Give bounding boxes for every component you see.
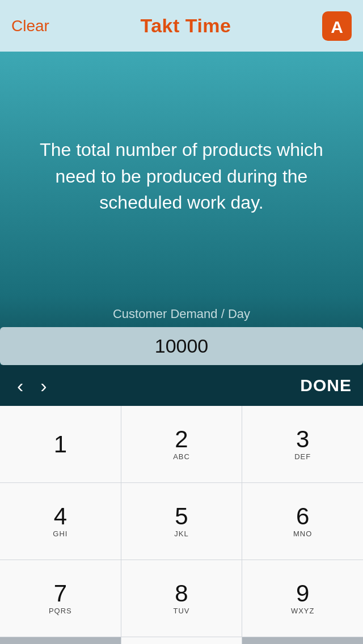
done-button[interactable]: DONE [300,376,352,395]
numpad-key-2[interactable]: 2ABC [121,406,242,482]
customer-demand-input[interactable] [0,327,363,365]
numpad-key-5[interactable]: 5JKL [121,483,242,560]
key-digit: 2 [175,427,188,451]
description-area: The total number of products which need … [0,52,363,295]
description-text: The total number of products which need … [23,137,340,215]
key-digit: 6 [296,505,309,528]
key-digit: 8 [175,582,188,605]
key-digit: 7 [54,582,67,605]
numpad-key-7[interactable]: 7PQRS [0,560,121,637]
input-label: Customer Demand / Day [0,307,363,321]
key-digit: 1 [54,433,67,456]
logo-icon: A [322,11,352,41]
key-digit: 3 [296,427,309,451]
key-letters: ABC [173,452,190,461]
page-title: Takt Time [140,15,231,37]
svg-text:A: A [331,18,343,36]
key-letters: JKL [174,529,188,538]
key-digit: 5 [175,505,188,528]
numpad-key-.[interactable]: . [0,637,121,644]
numpad-key-4[interactable]: 4GHI [0,483,121,560]
numpad-key-1[interactable]: 1 [0,406,121,482]
key-letters: DEF [294,452,311,461]
key-letters: GHI [53,529,67,538]
key-digit: 4 [54,505,67,528]
numpad-key-9[interactable]: 9WXYZ [242,560,363,637]
numpad-toolbar: ‹ › DONE [0,365,363,406]
key-letters: MNO [293,529,312,538]
key-digit: 9 [296,582,309,605]
numpad-key-0[interactable]: 0 [121,637,242,644]
numpad-key-6[interactable]: 6MNO [242,483,363,560]
header: Clear Takt Time A [0,0,363,52]
numpad-key-3[interactable]: 3DEF [242,406,363,482]
input-area: Customer Demand / Day [0,295,363,365]
key-letters: TUV [173,607,189,615]
numpad-key-8[interactable]: 8TUV [121,560,242,637]
prev-button[interactable]: ‹ [11,376,29,395]
key-letters: WXYZ [291,607,315,615]
key-letters: PQRS [49,607,72,615]
backspace-key[interactable] [242,637,363,644]
clear-button[interactable]: Clear [11,17,49,35]
numpad: 12ABC3DEF4GHI5JKL6MNO7PQRS8TUV9WXYZ.0 [0,406,363,644]
next-button[interactable]: › [35,376,52,395]
